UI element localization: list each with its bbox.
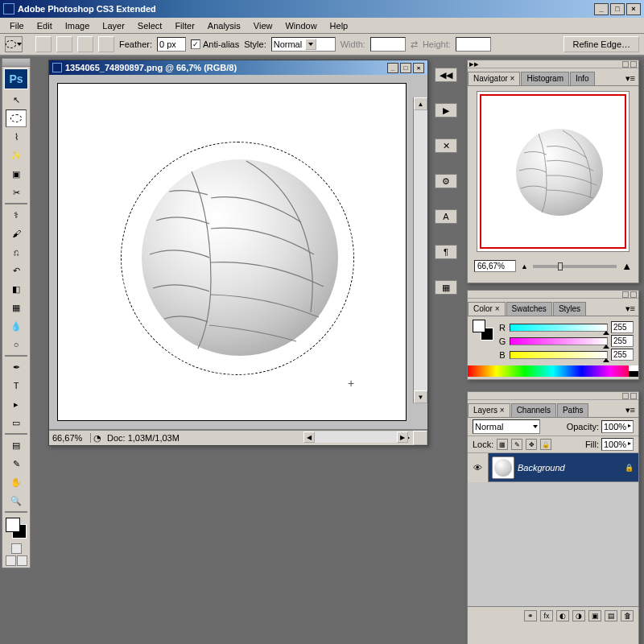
selection-add-button[interactable] <box>56 36 72 52</box>
doc-minimize-button[interactable]: _ <box>387 63 398 73</box>
photoshop-logo[interactable]: Ps <box>4 68 28 89</box>
horizontal-scrollbar[interactable]: ◀ ▶ <box>303 431 408 443</box>
strip-tab-5[interactable]: ¶ <box>435 245 457 259</box>
menu-help[interactable]: Help <box>324 19 355 32</box>
feather-input[interactable] <box>157 37 186 52</box>
value-blue[interactable]: 255 <box>611 349 634 361</box>
panel-close-icon[interactable] <box>630 61 637 68</box>
opacity-value[interactable]: 100% <box>604 422 626 431</box>
lock-all-icon[interactable]: 🔒 <box>540 439 551 450</box>
tool-eyedropper[interactable]: ✎ <box>6 455 27 473</box>
zoom-out-icon[interactable]: ▲ <box>521 262 528 270</box>
tab-histogram[interactable]: Histogram <box>521 72 569 85</box>
tool-brush[interactable]: 🖌 <box>6 225 27 242</box>
standard-mode-button[interactable] <box>11 543 22 554</box>
selection-new-button[interactable] <box>35 36 52 52</box>
layer-visibility-icon[interactable]: 👁 <box>468 453 489 482</box>
doc-maximize-button[interactable]: □ <box>400 63 411 73</box>
canvas[interactable]: + <box>57 83 407 421</box>
close-button[interactable]: × <box>626 3 641 15</box>
zoom-in-icon[interactable]: ▲ <box>621 260 632 272</box>
tool-path-select[interactable]: ▸ <box>6 395 27 413</box>
minimize-button[interactable]: _ <box>594 3 609 15</box>
strip-tab-4[interactable]: A <box>435 209 457 224</box>
tab-styles[interactable]: Styles <box>553 302 586 316</box>
tool-dodge[interactable]: ○ <box>6 336 27 353</box>
document-titlebar[interactable]: 1354065_74890897.png @ 66,7% (RGB/8) _ □… <box>49 60 427 75</box>
layer-fx-icon[interactable]: fx <box>540 610 553 621</box>
tool-blur[interactable]: 💧 <box>6 317 27 335</box>
tool-crop[interactable]: ▣ <box>6 165 27 183</box>
panel-close-icon[interactable] <box>630 291 637 298</box>
lock-position-icon[interactable]: ✥ <box>526 439 537 450</box>
current-tool-icon[interactable] <box>5 36 23 52</box>
color-spectrum[interactable] <box>468 365 638 377</box>
menu-select[interactable]: Select <box>131 19 169 32</box>
panel-min-icon[interactable] <box>622 61 629 68</box>
blend-mode-dropdown[interactable]: Normal <box>473 419 540 434</box>
menu-window[interactable]: Window <box>279 19 323 32</box>
menu-layer[interactable]: Layer <box>96 19 131 32</box>
color-swatch-pair[interactable] <box>473 320 493 341</box>
strip-tab-3[interactable]: ⚙ <box>435 174 457 188</box>
tab-channels[interactable]: Channels <box>511 403 556 417</box>
menu-file[interactable]: File <box>3 19 31 32</box>
tool-healing[interactable]: ⚕ <box>6 206 27 224</box>
tool-shape[interactable]: ▭ <box>6 414 27 431</box>
tab-info[interactable]: Info <box>570 72 595 85</box>
tool-notes[interactable]: ▤ <box>6 436 27 454</box>
panel-menu-icon[interactable]: ▾≡ <box>622 403 638 417</box>
panel-min-icon[interactable] <box>622 393 629 399</box>
slider-green[interactable] <box>510 337 608 345</box>
strip-tab-2[interactable]: ✕ <box>435 138 457 153</box>
maximize-button[interactable]: □ <box>610 3 625 15</box>
fg-swatch[interactable] <box>473 320 485 332</box>
value-green[interactable]: 255 <box>611 335 634 347</box>
vertical-scrollbar[interactable]: ▲ ▼ <box>413 97 427 403</box>
tool-slice[interactable]: ✂ <box>6 184 27 201</box>
menu-image[interactable]: Image <box>59 19 97 32</box>
adjustment-layer-icon[interactable]: ◑ <box>572 610 585 621</box>
selection-intersect-button[interactable] <box>98 36 114 52</box>
lock-transparency-icon[interactable]: ▦ <box>497 439 508 450</box>
tool-move[interactable]: ↖ <box>6 91 27 109</box>
layer-mask-icon[interactable]: ◐ <box>556 610 569 621</box>
scroll-down-button[interactable]: ▼ <box>414 390 427 403</box>
screen-mode-button-2[interactable] <box>17 555 27 566</box>
scroll-left-button[interactable]: ◀ <box>303 431 315 443</box>
tool-hand[interactable]: ✋ <box>6 473 27 491</box>
expand-icon[interactable]: ▸▸ <box>469 59 479 69</box>
fill-value[interactable]: 100% <box>604 440 626 449</box>
new-layer-icon[interactable]: ▤ <box>605 610 617 621</box>
screen-mode-button[interactable] <box>6 555 16 566</box>
scroll-right-button[interactable]: ▶ <box>397 431 408 443</box>
panel-min-icon[interactable] <box>622 291 629 298</box>
layer-thumbnail[interactable] <box>492 456 514 479</box>
tool-history-brush[interactable]: ↶ <box>6 262 27 279</box>
panel-menu-icon[interactable]: ▾≡ <box>622 72 638 85</box>
scroll-up-button[interactable]: ▲ <box>414 97 427 110</box>
menu-analysis[interactable]: Analysis <box>201 19 247 32</box>
strip-collapse-icon[interactable]: ◀◀ <box>435 68 457 82</box>
tool-gradient[interactable]: ▦ <box>6 299 27 316</box>
tool-eraser[interactable]: ◧ <box>6 280 27 298</box>
color-swatches[interactable] <box>4 516 28 540</box>
delete-layer-icon[interactable]: 🗑 <box>621 610 634 621</box>
panel-menu-icon[interactable]: ▾≡ <box>622 302 638 316</box>
status-icon[interactable]: ◔ <box>91 433 104 444</box>
tool-marquee[interactable] <box>6 109 27 127</box>
tab-swatches[interactable]: Swatches <box>506 302 552 316</box>
menu-edit[interactable]: Edit <box>31 19 59 32</box>
navigator-preview[interactable] <box>477 91 630 252</box>
foreground-swatch[interactable] <box>6 518 20 532</box>
panel-close-icon[interactable] <box>630 393 637 399</box>
tool-magic-wand[interactable]: ✨ <box>6 147 27 164</box>
value-red[interactable]: 255 <box>611 321 634 333</box>
toolbox-grip[interactable] <box>2 59 30 67</box>
navigator-zoom-input[interactable]: 66,67% <box>474 260 516 272</box>
tool-lasso[interactable]: ⌇ <box>6 128 27 146</box>
selection-subtract-button[interactable] <box>77 36 93 52</box>
layer-name[interactable]: Background <box>518 463 565 473</box>
tool-type[interactable]: T <box>6 377 27 394</box>
tab-navigator[interactable]: Navigator × <box>468 72 520 85</box>
